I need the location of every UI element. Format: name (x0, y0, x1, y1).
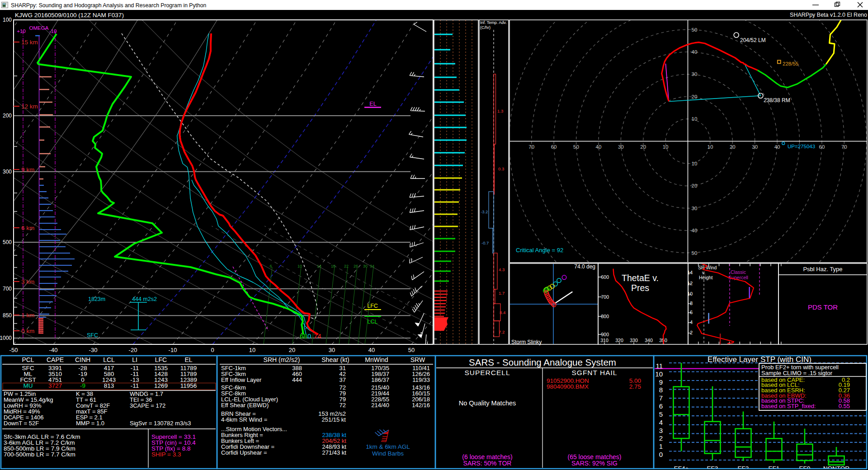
svg-text:204/52 LM: 204/52 LM (740, 37, 766, 43)
svg-text:10: 10 (663, 144, 669, 150)
svg-text:10: 10 (708, 144, 713, 150)
svg-text:34: 34 (370, 264, 374, 268)
svg-text:200: 200 (3, 113, 12, 119)
svg-text:Pres: Pres (631, 283, 649, 293)
svg-text:30: 30 (329, 347, 335, 353)
svg-text:2: 2 (690, 330, 693, 335)
svg-text:LI: LI (132, 356, 137, 363)
svg-text:12 km: 12 km (21, 103, 38, 110)
svg-text:850: 850 (3, 312, 12, 319)
svg-text:186/37: 186/37 (371, 376, 389, 383)
svg-text:No Quality Matches: No Quality Matches (459, 400, 516, 407)
svg-text:4: 4 (659, 418, 663, 426)
svg-text:0.3: 0.3 (498, 166, 504, 171)
svg-text:ThetaE v.: ThetaE v. (622, 273, 659, 283)
svg-text:Supercell: Supercell (728, 275, 748, 280)
svg-text:PDS TOR: PDS TOR (808, 303, 838, 311)
svg-text:UP=275043: UP=275043 (788, 144, 815, 149)
svg-text:1.7: 1.7 (499, 291, 505, 296)
svg-text:1 km: 1 km (21, 312, 34, 319)
svg-text:40: 40 (596, 144, 602, 150)
svg-text:50: 50 (408, 347, 415, 353)
svg-text:10: 10 (655, 370, 663, 378)
svg-text:DownT = 52F: DownT = 52F (4, 420, 39, 427)
svg-text:900: 900 (601, 332, 609, 337)
svg-text:500: 500 (3, 239, 12, 245)
svg-text:CAPE: CAPE (47, 356, 64, 363)
svg-text:22: 22 (344, 264, 349, 268)
svg-text:10: 10 (692, 116, 698, 122)
svg-text:PCL: PCL (22, 356, 34, 363)
svg-text:228/55: 228/55 (783, 61, 798, 66)
svg-text:Psbl Haz. Type: Psbl Haz. Type (803, 266, 842, 273)
svg-text:20: 20 (692, 183, 698, 188)
svg-text:14: 14 (687, 270, 693, 275)
svg-text:50: 50 (692, 27, 698, 33)
svg-text:SigSvr = 130782 m3/s3: SigSvr = 130782 m3/s3 (130, 420, 191, 427)
svg-text:310: 310 (600, 338, 609, 343)
svg-text:6: 6 (690, 310, 693, 315)
svg-text:700-500mb LR = 7.7 C/km: 700-500mb LR = 7.7 C/km (4, 451, 75, 458)
svg-text:8: 8 (690, 301, 693, 306)
svg-text:3CAPE = 172: 3CAPE = 172 (130, 402, 165, 409)
svg-text:15 km: 15 km (21, 39, 38, 46)
svg-text:0 km: 0 km (21, 328, 34, 334)
svg-text:0.55: 0.55 (839, 403, 850, 409)
svg-text:8.4: 8.4 (500, 310, 505, 315)
svg-text:70: 70 (528, 144, 534, 150)
svg-text:37: 37 (340, 376, 346, 383)
svg-text:7.2: 7.2 (499, 329, 505, 334)
svg-text:238/38 RM: 238/38 RM (764, 97, 790, 103)
svg-text:20: 20 (730, 144, 736, 150)
svg-text:100: 100 (3, 17, 12, 23)
svg-text:14: 14 (317, 264, 321, 268)
svg-text:600: 600 (601, 274, 609, 280)
svg-text:5: 5 (659, 410, 663, 418)
svg-text:330: 330 (630, 338, 638, 343)
svg-text:340: 340 (645, 338, 653, 343)
svg-text:40: 40 (692, 228, 698, 233)
svg-text:-50: -50 (9, 347, 18, 353)
svg-text:3: 3 (659, 427, 663, 434)
svg-text:40: 40 (368, 347, 375, 353)
svg-text:1km & 6km AGL: 1km & 6km AGL (366, 443, 410, 450)
svg-text:20: 20 (692, 94, 698, 99)
svg-text:251/15 kt: 251/15 kt (322, 416, 346, 423)
svg-text:10: 10 (297, 264, 302, 268)
svg-text:1000: 1000 (0, 335, 12, 341)
svg-text:SARS - Sounding Analogue Syste: SARS - Sounding Analogue System (469, 357, 616, 367)
svg-text:20: 20 (640, 144, 646, 150)
svg-text:700: 700 (601, 294, 609, 300)
svg-text:2.75: 2.75 (629, 383, 641, 390)
svg-text:271/43 kt: 271/43 kt (322, 449, 347, 456)
svg-text:Shear (kt): Shear (kt) (321, 356, 349, 363)
svg-text:26: 26 (354, 264, 358, 268)
svg-text:6: 6 (269, 264, 272, 268)
svg-text:SHIP = 3.3: SHIP = 3.3 (151, 451, 181, 458)
svg-text:20: 20 (289, 347, 295, 353)
svg-text:(C/hr): (C/hr) (480, 25, 491, 30)
svg-text:68: 68 (300, 332, 307, 340)
svg-text:72: 72 (340, 402, 346, 409)
svg-text:-10: -10 (169, 347, 177, 353)
svg-text:98040900.BMX: 98040900.BMX (547, 383, 589, 390)
svg-text:SRW: SRW (410, 356, 425, 363)
svg-text:Wind Barbs: Wind Barbs (372, 450, 404, 457)
svg-text:1.3: 1.3 (497, 108, 503, 113)
svg-text:+10: +10 (17, 28, 26, 34)
svg-text:74.0 deg: 74.0 deg (574, 263, 595, 270)
svg-text:Corfidi Upshear =: Corfidi Upshear = (221, 449, 267, 456)
svg-text:SARS: 50% TOR: SARS: 50% TOR (463, 460, 512, 467)
svg-text:50: 50 (573, 144, 579, 150)
svg-text:12: 12 (687, 281, 693, 286)
svg-text:444 m2s2: 444 m2s2 (132, 296, 157, 302)
svg-text:10: 10 (692, 161, 698, 166)
svg-text:LCL: LCL (368, 319, 378, 325)
svg-text:320: 320 (615, 338, 623, 343)
svg-text:LFC: LFC (367, 303, 378, 309)
svg-text:9 km: 9 km (21, 166, 34, 173)
svg-text:18: 18 (331, 264, 335, 268)
svg-text:SRH (m2/s2): SRH (m2/s2) (264, 356, 300, 363)
svg-text:70: 70 (841, 144, 847, 150)
svg-text:700: 700 (3, 286, 12, 292)
